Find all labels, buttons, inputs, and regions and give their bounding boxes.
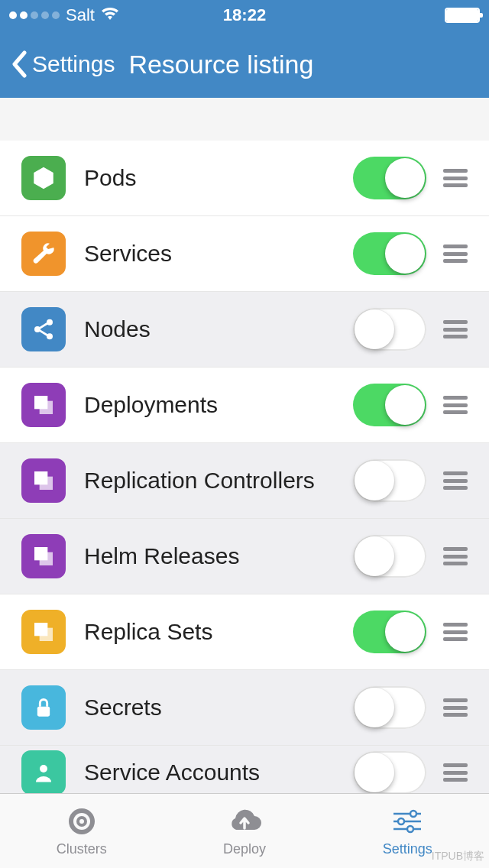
resource-label: Services xyxy=(84,241,353,267)
svg-point-24 xyxy=(407,826,413,832)
tab-deploy[interactable]: Deploy xyxy=(163,794,325,868)
stack-icon xyxy=(21,610,66,654)
tab-label: Deploy xyxy=(223,841,266,857)
svg-rect-10 xyxy=(40,552,53,565)
svg-point-14 xyxy=(40,765,47,772)
resource-row: Pods xyxy=(0,141,489,216)
resource-label: Secrets xyxy=(84,695,353,721)
cube-icon xyxy=(21,156,66,200)
reorder-handle-icon[interactable] xyxy=(443,698,468,717)
resource-row: Services xyxy=(0,216,489,292)
page-title: Resource listing xyxy=(128,50,313,79)
svg-rect-12 xyxy=(40,628,53,641)
sliders-icon xyxy=(392,805,423,838)
share-icon xyxy=(21,307,66,351)
chevron-left-icon xyxy=(11,50,27,78)
back-button[interactable] xyxy=(8,47,31,81)
resource-row: Nodes xyxy=(0,292,489,368)
resource-label: Deployments xyxy=(84,392,353,418)
watermark-label: ITPUB博客 xyxy=(432,850,484,863)
wrench-icon xyxy=(21,232,66,276)
target-icon xyxy=(66,805,97,838)
nav-bar: Settings Resource listing xyxy=(0,31,489,98)
resource-toggle[interactable] xyxy=(353,384,426,426)
resource-toggle[interactable] xyxy=(353,459,426,502)
resource-row: Replication Controllers xyxy=(0,443,489,519)
resource-toggle[interactable] xyxy=(353,535,426,578)
stack-icon xyxy=(21,534,66,578)
tab-clusters[interactable]: Clusters xyxy=(0,794,163,868)
reorder-handle-icon[interactable] xyxy=(443,471,468,490)
svg-line-4 xyxy=(40,330,48,335)
tab-label: Settings xyxy=(383,841,432,857)
resource-row: Helm Releases xyxy=(0,519,489,594)
svg-line-3 xyxy=(40,323,48,329)
resource-toggle[interactable] xyxy=(353,157,426,199)
reorder-handle-icon[interactable] xyxy=(443,245,468,263)
resource-toggle[interactable] xyxy=(353,686,426,729)
resource-row: Service Accounts xyxy=(0,746,489,793)
stack-icon xyxy=(21,383,66,427)
resource-label: Pods xyxy=(84,165,353,191)
cloud-up-icon xyxy=(225,805,264,838)
clock-label: 18:22 xyxy=(223,5,266,25)
lock-icon xyxy=(21,685,66,730)
reorder-handle-icon[interactable] xyxy=(443,547,468,565)
resource-list: PodsServicesNodesDeploymentsReplication … xyxy=(0,141,489,793)
reorder-handle-icon[interactable] xyxy=(443,169,468,187)
reorder-handle-icon[interactable] xyxy=(443,763,468,782)
tab-bar: ClustersDeploySettings xyxy=(0,793,489,868)
status-bar: Salt 18:22 xyxy=(0,0,489,31)
resource-toggle[interactable] xyxy=(353,611,426,653)
reorder-handle-icon[interactable] xyxy=(443,396,468,414)
resource-toggle[interactable] xyxy=(353,308,426,351)
battery-icon xyxy=(445,8,480,23)
reorder-handle-icon[interactable] xyxy=(443,623,468,641)
user-icon xyxy=(21,750,66,793)
resource-row: Secrets xyxy=(0,670,489,746)
svg-rect-13 xyxy=(37,707,50,717)
resource-row: Deployments xyxy=(0,368,489,443)
signal-strength-icon xyxy=(9,11,60,19)
svg-rect-6 xyxy=(40,401,53,414)
resource-toggle[interactable] xyxy=(353,751,426,793)
tab-label: Clusters xyxy=(57,841,107,857)
resource-row: Replica Sets xyxy=(0,594,489,670)
svg-point-18 xyxy=(79,819,84,824)
reorder-handle-icon[interactable] xyxy=(443,320,468,338)
resource-label: Helm Releases xyxy=(84,543,353,569)
svg-rect-8 xyxy=(40,477,53,490)
resource-label: Service Accounts xyxy=(84,760,353,785)
resource-toggle[interactable] xyxy=(353,232,426,275)
wifi-icon xyxy=(101,5,119,25)
carrier-label: Salt xyxy=(66,5,95,25)
resource-label: Replica Sets xyxy=(84,619,353,645)
svg-point-20 xyxy=(410,811,416,817)
back-label[interactable]: Settings xyxy=(32,51,115,77)
stack-icon xyxy=(21,458,66,503)
status-left: Salt xyxy=(9,5,119,25)
svg-point-22 xyxy=(398,818,404,824)
resource-label: Replication Controllers xyxy=(84,468,353,494)
resource-label: Nodes xyxy=(84,316,353,342)
